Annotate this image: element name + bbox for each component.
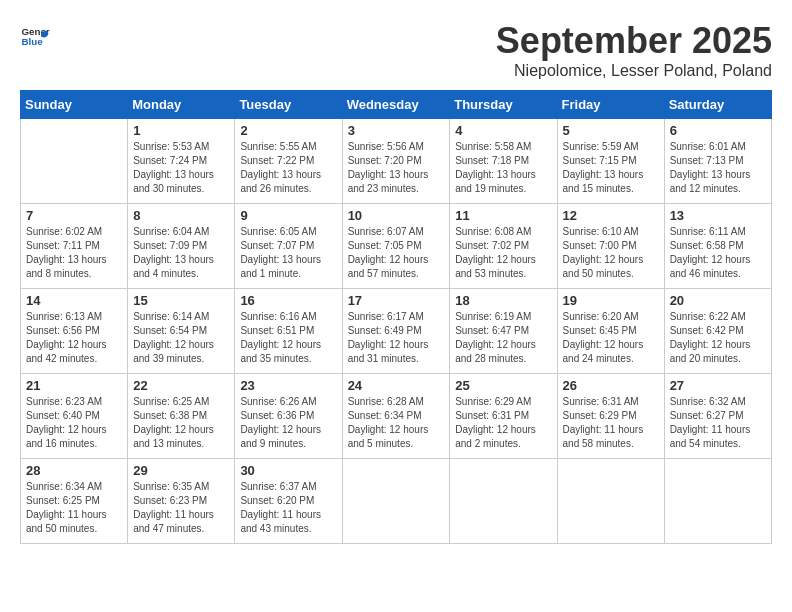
weekday-header-saturday: Saturday [664,91,771,119]
calendar-cell: 9Sunrise: 6:05 AM Sunset: 7:07 PM Daylig… [235,204,342,289]
calendar-cell: 7Sunrise: 6:02 AM Sunset: 7:11 PM Daylig… [21,204,128,289]
calendar-cell [557,459,664,544]
day-info: Sunrise: 5:56 AM Sunset: 7:20 PM Dayligh… [348,140,445,196]
day-info: Sunrise: 6:01 AM Sunset: 7:13 PM Dayligh… [670,140,766,196]
calendar-cell [342,459,450,544]
calendar: SundayMondayTuesdayWednesdayThursdayFrid… [20,90,772,544]
day-number: 30 [240,463,336,478]
calendar-cell: 14Sunrise: 6:13 AM Sunset: 6:56 PM Dayli… [21,289,128,374]
svg-text:Blue: Blue [22,36,44,47]
calendar-cell: 11Sunrise: 6:08 AM Sunset: 7:02 PM Dayli… [450,204,557,289]
day-number: 5 [563,123,659,138]
location: Niepolomice, Lesser Poland, Poland [496,62,772,80]
calendar-cell: 3Sunrise: 5:56 AM Sunset: 7:20 PM Daylig… [342,119,450,204]
calendar-cell: 18Sunrise: 6:19 AM Sunset: 6:47 PM Dayli… [450,289,557,374]
weekday-header-row: SundayMondayTuesdayWednesdayThursdayFrid… [21,91,772,119]
day-number: 23 [240,378,336,393]
calendar-cell [450,459,557,544]
day-number: 7 [26,208,122,223]
day-info: Sunrise: 6:28 AM Sunset: 6:34 PM Dayligh… [348,395,445,451]
calendar-cell [21,119,128,204]
week-row-2: 7Sunrise: 6:02 AM Sunset: 7:11 PM Daylig… [21,204,772,289]
day-number: 22 [133,378,229,393]
day-info: Sunrise: 6:19 AM Sunset: 6:47 PM Dayligh… [455,310,551,366]
day-number: 10 [348,208,445,223]
calendar-cell: 13Sunrise: 6:11 AM Sunset: 6:58 PM Dayli… [664,204,771,289]
day-info: Sunrise: 6:16 AM Sunset: 6:51 PM Dayligh… [240,310,336,366]
day-number: 9 [240,208,336,223]
day-info: Sunrise: 6:20 AM Sunset: 6:45 PM Dayligh… [563,310,659,366]
day-info: Sunrise: 6:17 AM Sunset: 6:49 PM Dayligh… [348,310,445,366]
calendar-cell: 5Sunrise: 5:59 AM Sunset: 7:15 PM Daylig… [557,119,664,204]
calendar-cell: 25Sunrise: 6:29 AM Sunset: 6:31 PM Dayli… [450,374,557,459]
calendar-cell: 26Sunrise: 6:31 AM Sunset: 6:29 PM Dayli… [557,374,664,459]
day-info: Sunrise: 6:32 AM Sunset: 6:27 PM Dayligh… [670,395,766,451]
day-number: 6 [670,123,766,138]
calendar-cell: 15Sunrise: 6:14 AM Sunset: 6:54 PM Dayli… [128,289,235,374]
calendar-cell: 6Sunrise: 6:01 AM Sunset: 7:13 PM Daylig… [664,119,771,204]
calendar-cell: 29Sunrise: 6:35 AM Sunset: 6:23 PM Dayli… [128,459,235,544]
calendar-cell: 1Sunrise: 5:53 AM Sunset: 7:24 PM Daylig… [128,119,235,204]
calendar-cell: 24Sunrise: 6:28 AM Sunset: 6:34 PM Dayli… [342,374,450,459]
day-number: 11 [455,208,551,223]
calendar-cell: 28Sunrise: 6:34 AM Sunset: 6:25 PM Dayli… [21,459,128,544]
calendar-cell: 27Sunrise: 6:32 AM Sunset: 6:27 PM Dayli… [664,374,771,459]
day-number: 29 [133,463,229,478]
day-info: Sunrise: 6:14 AM Sunset: 6:54 PM Dayligh… [133,310,229,366]
day-info: Sunrise: 5:53 AM Sunset: 7:24 PM Dayligh… [133,140,229,196]
calendar-cell [664,459,771,544]
weekday-header-thursday: Thursday [450,91,557,119]
day-info: Sunrise: 6:07 AM Sunset: 7:05 PM Dayligh… [348,225,445,281]
weekday-header-friday: Friday [557,91,664,119]
calendar-cell: 21Sunrise: 6:23 AM Sunset: 6:40 PM Dayli… [21,374,128,459]
day-info: Sunrise: 6:25 AM Sunset: 6:38 PM Dayligh… [133,395,229,451]
day-number: 20 [670,293,766,308]
calendar-cell: 12Sunrise: 6:10 AM Sunset: 7:00 PM Dayli… [557,204,664,289]
day-number: 18 [455,293,551,308]
day-number: 4 [455,123,551,138]
day-info: Sunrise: 6:04 AM Sunset: 7:09 PM Dayligh… [133,225,229,281]
weekday-header-monday: Monday [128,91,235,119]
week-row-5: 28Sunrise: 6:34 AM Sunset: 6:25 PM Dayli… [21,459,772,544]
title-area: September 2025 Niepolomice, Lesser Polan… [496,20,772,80]
day-info: Sunrise: 6:34 AM Sunset: 6:25 PM Dayligh… [26,480,122,536]
calendar-cell: 8Sunrise: 6:04 AM Sunset: 7:09 PM Daylig… [128,204,235,289]
day-info: Sunrise: 6:23 AM Sunset: 6:40 PM Dayligh… [26,395,122,451]
day-number: 13 [670,208,766,223]
calendar-cell: 19Sunrise: 6:20 AM Sunset: 6:45 PM Dayli… [557,289,664,374]
day-number: 28 [26,463,122,478]
week-row-1: 1Sunrise: 5:53 AM Sunset: 7:24 PM Daylig… [21,119,772,204]
day-info: Sunrise: 6:35 AM Sunset: 6:23 PM Dayligh… [133,480,229,536]
day-info: Sunrise: 6:02 AM Sunset: 7:11 PM Dayligh… [26,225,122,281]
day-number: 14 [26,293,122,308]
day-number: 19 [563,293,659,308]
day-info: Sunrise: 6:11 AM Sunset: 6:58 PM Dayligh… [670,225,766,281]
day-number: 16 [240,293,336,308]
header: General Blue September 2025 Niepolomice,… [20,20,772,80]
day-number: 2 [240,123,336,138]
day-number: 8 [133,208,229,223]
day-info: Sunrise: 6:22 AM Sunset: 6:42 PM Dayligh… [670,310,766,366]
weekday-header-wednesday: Wednesday [342,91,450,119]
month-title: September 2025 [496,20,772,62]
day-info: Sunrise: 6:26 AM Sunset: 6:36 PM Dayligh… [240,395,336,451]
day-info: Sunrise: 5:55 AM Sunset: 7:22 PM Dayligh… [240,140,336,196]
day-info: Sunrise: 6:05 AM Sunset: 7:07 PM Dayligh… [240,225,336,281]
day-info: Sunrise: 6:13 AM Sunset: 6:56 PM Dayligh… [26,310,122,366]
calendar-cell: 22Sunrise: 6:25 AM Sunset: 6:38 PM Dayli… [128,374,235,459]
weekday-header-tuesday: Tuesday [235,91,342,119]
calendar-cell: 16Sunrise: 6:16 AM Sunset: 6:51 PM Dayli… [235,289,342,374]
day-number: 21 [26,378,122,393]
calendar-cell: 10Sunrise: 6:07 AM Sunset: 7:05 PM Dayli… [342,204,450,289]
calendar-cell: 2Sunrise: 5:55 AM Sunset: 7:22 PM Daylig… [235,119,342,204]
calendar-cell: 30Sunrise: 6:37 AM Sunset: 6:20 PM Dayli… [235,459,342,544]
day-number: 25 [455,378,551,393]
day-number: 3 [348,123,445,138]
day-info: Sunrise: 5:58 AM Sunset: 7:18 PM Dayligh… [455,140,551,196]
day-number: 24 [348,378,445,393]
day-info: Sunrise: 5:59 AM Sunset: 7:15 PM Dayligh… [563,140,659,196]
day-number: 12 [563,208,659,223]
week-row-3: 14Sunrise: 6:13 AM Sunset: 6:56 PM Dayli… [21,289,772,374]
day-info: Sunrise: 6:31 AM Sunset: 6:29 PM Dayligh… [563,395,659,451]
calendar-cell: 4Sunrise: 5:58 AM Sunset: 7:18 PM Daylig… [450,119,557,204]
